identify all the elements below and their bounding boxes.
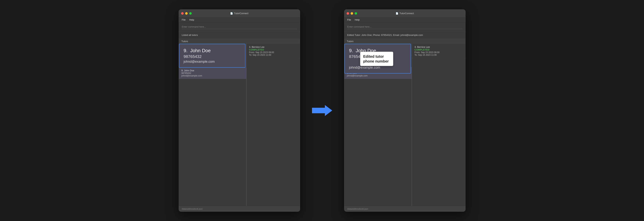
left-main-content: Tutors 7. 987 john 8. Bernard Tan 987654… [179, 39, 300, 206]
left-title-bar: 📄 TutorConnect [179, 10, 300, 17]
right-session-panel[interactable]: 3. Bernice Lee COMPLETED From: Sep 15 20… [412, 44, 465, 206]
left-status-bar: /data/addressbook.json [179, 206, 300, 212]
left-close-button[interactable] [181, 12, 184, 15]
left-traffic-lights [181, 12, 192, 15]
right-close-button[interactable] [346, 12, 349, 15]
right-window-title: TutorConnect [400, 12, 414, 15]
edited-phone-tooltip: Edited tutor phone number [360, 52, 393, 66]
right-status-text: /data/addressbook.json [347, 208, 368, 210]
left-list-label: Tutors [179, 39, 300, 44]
left-list-area: 7. 987 john 8. Bernard Tan 98765432 john… [179, 44, 300, 206]
left-session-status: COMPLETED [249, 48, 297, 51]
right-app-window: 📄 TutorConnect File Help Edited Tutor: J… [344, 10, 466, 212]
right-tutor-panel[interactable]: 7. 987 john 8. Bernard Tan 98765432 john… [344, 44, 412, 206]
left-window-title: TutorConnect [234, 12, 248, 15]
left-menu-bar: File Help [179, 17, 300, 22]
right-arrow-icon [312, 104, 332, 117]
right-maximize-button[interactable] [355, 12, 357, 15]
right-traffic-lights [346, 12, 357, 15]
left-menu-file[interactable]: File [182, 18, 186, 21]
right-menu-file[interactable]: File [347, 18, 351, 21]
right-session-from: From: Sep 15 2023 09:00 [414, 51, 463, 54]
left-big-card: 9. John Doe 98765432 johnd@example.com [179, 44, 246, 68]
right-session-to: To: Sep 15 2023 11:00 [414, 54, 463, 56]
right-title-bar: 📄 TutorConnect [344, 10, 465, 17]
left-tutor-panel[interactable]: 7. 987 john 8. Bernard Tan 98765432 john… [179, 44, 246, 206]
right-title-icon: 📄 [396, 12, 398, 15]
left-session-panel[interactable]: 3. Bernice Lee COMPLETED From: Sep 15 20… [246, 44, 300, 206]
left-feedback-area: Listed all tutors [179, 32, 300, 39]
left-big-card-name: 9. John Doe [184, 48, 241, 54]
left-big-card-email: johnd@example.com [184, 60, 241, 64]
right-big-card: 9. John Doe 87654321 Edited tutor phone … [344, 44, 411, 74]
right-minimize-button[interactable] [350, 12, 353, 15]
left-minimize-button[interactable] [185, 12, 188, 15]
left-feedback-text: Listed all tutors [182, 34, 198, 36]
right-status-bar: /data/addressbook.json [344, 206, 465, 212]
left-maximize-button[interactable] [189, 12, 192, 15]
left-command-area [179, 22, 300, 32]
outer-container: 📄 TutorConnect File Help Listed all tuto… [0, 0, 644, 221]
left-session-name: 3. Bernice Lee [249, 46, 297, 48]
right-menu-bar: File Help [344, 17, 465, 22]
right-command-area [344, 22, 465, 32]
left-command-input[interactable] [182, 25, 297, 29]
left-big-card-phone: 98765432 [184, 54, 241, 59]
right-session-status: COMPLETED [414, 48, 463, 51]
right-feedback-area: Edited Tutor: John Doe; Phone: 87654321;… [344, 32, 465, 39]
left-status-text: /data/addressbook.json [182, 208, 203, 210]
right-command-input[interactable] [347, 25, 462, 29]
right-main-content: Tutors 7. 987 john 8. Bernard Tan 987654… [344, 39, 465, 206]
right-list-label: Tutors [344, 39, 465, 44]
right-feedback-text: Edited Tutor: John Doe; Phone: 87654321;… [347, 34, 423, 36]
right-list-area: 7. 987 john 8. Bernard Tan 98765432 john… [344, 44, 465, 206]
right-session-item-1[interactable]: 3. Bernice Lee COMPLETED From: Sep 15 20… [412, 44, 465, 58]
arrow-container [311, 104, 333, 117]
left-menu-help[interactable]: Help [189, 18, 194, 21]
svg-marker-0 [312, 105, 332, 116]
left-app-window: 📄 TutorConnect File Help Listed all tuto… [179, 10, 300, 212]
right-menu-help[interactable]: Help [355, 18, 360, 21]
left-title-icon: 📄 [230, 12, 233, 15]
right-big-card-email: johnd@example.com [349, 66, 406, 70]
left-tutor-item-9[interactable]: 9. John Doe 98765432 johnd@example.com [179, 67, 246, 79]
left-session-item-1[interactable]: 3. Bernice Lee COMPLETED From: Sep 15 20… [246, 44, 300, 58]
left-session-to: To: Sep 15 2023 11:00 [249, 54, 297, 56]
right-session-name: 3. Bernice Lee [414, 46, 463, 48]
left-session-from: From: Sep 15 2023 09:00 [249, 51, 297, 54]
